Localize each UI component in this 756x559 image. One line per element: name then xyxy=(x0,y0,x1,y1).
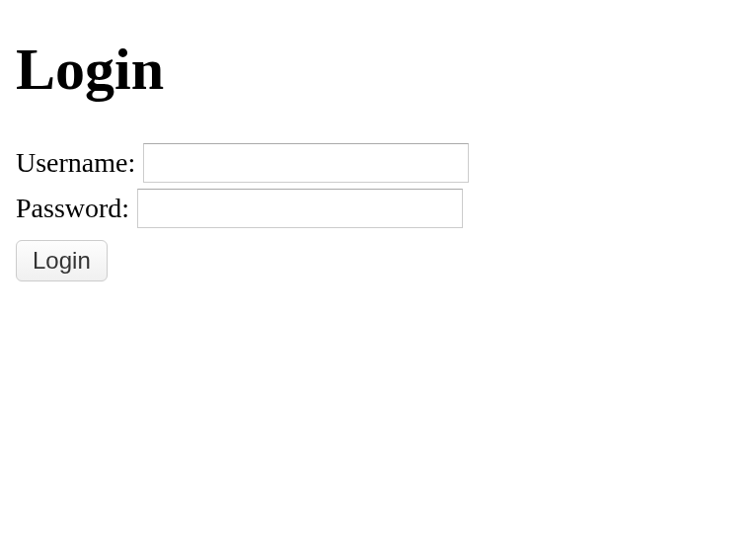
password-label: Password: xyxy=(16,193,129,224)
page-title: Login xyxy=(16,36,740,104)
username-row: Username: xyxy=(16,143,740,183)
password-row: Password: xyxy=(16,189,740,228)
button-row: Login xyxy=(16,240,740,281)
password-input[interactable] xyxy=(137,189,463,228)
username-label: Username: xyxy=(16,147,135,179)
username-input[interactable] xyxy=(143,143,469,183)
login-form: Username: Password: Login xyxy=(16,143,740,281)
login-button[interactable]: Login xyxy=(16,240,108,281)
